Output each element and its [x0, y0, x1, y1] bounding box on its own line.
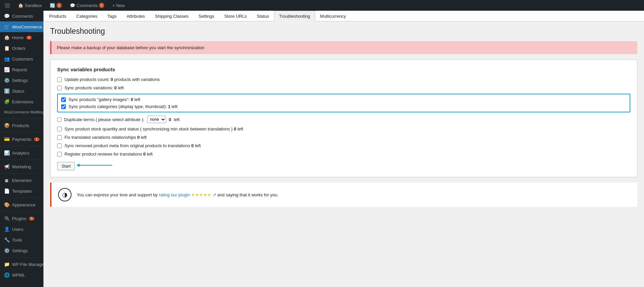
tab-multicurrency[interactable]: Multicurrency: [315, 11, 351, 21]
sync-gallery-images-checkbox[interactable]: [61, 97, 66, 102]
tab-categories[interactable]: Categories: [71, 11, 102, 21]
sync-row-removed-meta: Sync removed product meta from original …: [57, 143, 630, 148]
tab-troubleshooting[interactable]: Troubleshooting: [274, 11, 315, 21]
sidebar-item-payments-label: Payments: [12, 137, 31, 142]
sidebar-item-reports[interactable]: 📈 Reports: [0, 64, 43, 75]
sync-row-update-count: Update products count: 0 products with v…: [57, 77, 630, 82]
tab-attributes[interactable]: Attributes: [122, 11, 150, 21]
tab-tags[interactable]: Tags: [102, 11, 121, 21]
fix-variations-checkbox[interactable]: [57, 135, 62, 140]
users-icon: 👤: [4, 226, 9, 232]
sidebar-item-analytics[interactable]: 📊 Analytics: [0, 148, 43, 158]
sidebar-item-products[interactable]: 📦 Products: [0, 120, 43, 131]
status-icon: ℹ️: [4, 88, 9, 94]
sidebar-item-tools-label: Tools: [12, 237, 22, 243]
updates-item[interactable]: 🔄 6: [48, 0, 64, 11]
fix-variations-label: Fix translated variations relationships …: [65, 135, 147, 140]
sidebar-item-wpfilemanager[interactable]: 📁 WP File Manager: [0, 259, 43, 270]
sidebar-item-wc-multilingual-label: WooCommerce Multilingual & Multicurrency: [4, 110, 43, 114]
sidebar-item-woocommerce[interactable]: 🛒 WooCommerce: [0, 21, 43, 32]
sidebar-item-appearance[interactable]: 🎨 Appearance: [0, 199, 43, 210]
sidebar-item-reports-label: Reports: [12, 67, 27, 72]
sync-stock-label: Sync product stock quantity and status (…: [65, 126, 243, 131]
home-icon: 🏠: [18, 3, 23, 8]
footer-section: ◑ You can express your love and support …: [50, 183, 637, 207]
sidebar-item-users[interactable]: 👤 Users: [0, 224, 43, 234]
sidebar-item-elementor-label: Elementor: [12, 178, 32, 183]
sidebar-item-plugins-label: Plugins: [12, 216, 26, 221]
sidebar-item-templates[interactable]: 📄 Templates: [0, 186, 43, 196]
sidebar-item-payments[interactable]: 💳 Payments 1: [0, 134, 43, 145]
sidebar-item-plugins[interactable]: 🔌 Plugins 5: [0, 213, 43, 224]
start-button[interactable]: Start: [57, 162, 75, 170]
duplicate-terms-select[interactable]: none: [147, 116, 166, 123]
sidebar-item-settings2[interactable]: ⚙️ Settings: [0, 245, 43, 256]
sidebar-item-elementor[interactable]: ◼ Elementor: [0, 175, 43, 186]
home-icon: 🏠: [4, 35, 9, 40]
settings2-icon: ⚙️: [4, 248, 9, 253]
sync-row-variations: Sync products variations: 0 left: [57, 85, 630, 90]
marketing-icon: 📢: [4, 164, 9, 169]
tab-shipping-classes[interactable]: Shipping Classes: [150, 11, 194, 21]
sidebar-item-wpml[interactable]: 🌐 WPML: [0, 270, 43, 280]
tab-products[interactable]: Products: [44, 11, 71, 21]
wpfilemanager-icon: 📁: [4, 262, 9, 267]
comments-badge: 0: [99, 3, 104, 8]
sidebar-item-analytics-label: Analytics: [12, 151, 29, 156]
tab-settings[interactable]: Settings: [194, 11, 219, 21]
sync-box: Sync variables products Update products …: [50, 60, 637, 177]
wp-logo-item[interactable]: ⬛: [3, 0, 12, 11]
sync-categories-checkbox[interactable]: [61, 104, 66, 109]
sidebar-item-status[interactable]: ℹ️ Status: [0, 86, 43, 96]
duplicate-terms-suffix: left: [174, 117, 179, 122]
duplicate-terms-checkbox[interactable]: [57, 117, 61, 122]
register-reviews-label: Register product reviews for translation…: [65, 152, 153, 157]
updates-icon: 🔄: [50, 3, 55, 8]
tab-store-urls[interactable]: Store URLs: [219, 11, 252, 21]
sidebar-item-customers[interactable]: 👥 Customers: [0, 54, 43, 64]
sidebar-item-customers-label: Customers: [12, 57, 33, 62]
sync-products-variations-checkbox[interactable]: [57, 86, 62, 90]
sidebar-item-marketing[interactable]: 📢 Marketing: [0, 161, 43, 172]
sidebar-item-extensions[interactable]: 🧩 Extensions: [0, 96, 43, 107]
sidebar-item-orders[interactable]: 📋 Orders: [0, 43, 43, 54]
appearance-icon: 🎨: [4, 202, 9, 207]
sidebar-item-wpfilemanager-label: WP File Manager: [12, 262, 43, 267]
sandbox-item[interactable]: 🏠 Sandbox: [16, 0, 44, 11]
sidebar-item-settings[interactable]: ⚙️ Settings: [0, 75, 43, 86]
register-reviews-checkbox[interactable]: [57, 152, 62, 157]
footer-link-text: rating our plugin: [159, 192, 191, 197]
comments-icon: 💬: [70, 3, 75, 8]
sync-stock-checkbox[interactable]: [57, 127, 62, 131]
sync-row-gallery: Sync products "gallery images": 0 left: [61, 97, 626, 102]
arrow-line: [79, 165, 112, 166]
sidebar-item-comments[interactable]: 💬 Comments: [0, 11, 43, 21]
sidebar-separator-6: [0, 198, 43, 198]
sidebar-item-templates-label: Templates: [12, 189, 32, 194]
sidebar-item-appearance-label: Appearance: [12, 202, 35, 207]
page-title: Troubleshooting: [50, 27, 637, 36]
settings-icon: ⚙️: [4, 78, 9, 83]
sidebar-item-marketing-label: Marketing: [12, 164, 31, 169]
tab-status[interactable]: Status: [252, 11, 274, 21]
sidebar-item-wc-multilingual[interactable]: WooCommerce Multilingual & Multicurrency: [0, 107, 43, 117]
update-products-count-checkbox[interactable]: [57, 77, 62, 82]
new-label: + New: [112, 3, 125, 8]
wp-logo-icon: ⬛: [5, 3, 10, 8]
footer-text-after: and saying that it works for you.: [217, 192, 278, 197]
reports-icon: 📈: [4, 67, 9, 72]
extensions-icon: 🧩: [4, 99, 9, 104]
payments-icon: 💳: [4, 136, 9, 142]
comments-item[interactable]: 💬 Comments 0: [68, 0, 106, 11]
sync-products-variations-label: Sync products variations: 0 left: [65, 85, 124, 90]
sidebar-item-settings2-label: Settings: [12, 248, 28, 253]
sidebar-item-home[interactable]: 🏠 Home 6: [0, 32, 43, 43]
warning-message: Please make a backup of your database be…: [57, 45, 205, 50]
sidebar-item-tools[interactable]: 🔧 Tools: [0, 234, 43, 245]
new-content-item[interactable]: + New: [110, 0, 127, 11]
sidebar-item-orders-label: Orders: [12, 46, 25, 51]
update-products-count-label: Update products count: 0 products with v…: [65, 77, 160, 82]
rating-link[interactable]: rating our plugin ★★★★★ ↗: [159, 192, 217, 197]
sync-removed-meta-checkbox[interactable]: [57, 144, 62, 148]
sidebar-item-products-label: Products: [12, 123, 29, 128]
